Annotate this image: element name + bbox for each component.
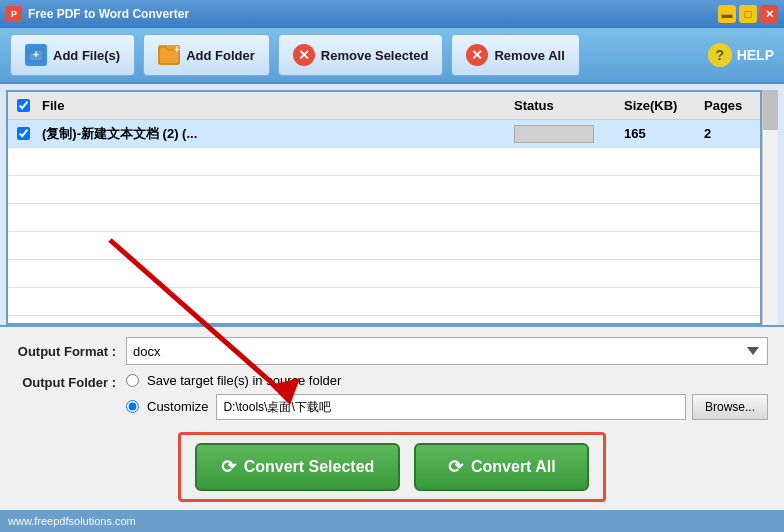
table-row[interactable]: (复制)-新建文本文档 (2) (... 165 2 [8, 120, 760, 148]
toolbar: + Add File(s) + Add Folder ✕ Remove Sele… [0, 28, 784, 84]
add-folder-label: Add Folder [186, 48, 255, 63]
row-checkbox-col [8, 127, 38, 140]
header-pages: Pages [700, 98, 760, 113]
help-button[interactable]: ? HELP [708, 43, 774, 67]
output-format-select[interactable]: docx doc rtf txt [126, 337, 768, 365]
add-files-button[interactable]: + Add File(s) [10, 34, 135, 76]
table-row [8, 176, 760, 204]
output-format-label: Output Format : [16, 344, 126, 359]
convert-all-label: Convert All [471, 458, 556, 476]
convert-selected-label: Convert Selected [244, 458, 375, 476]
table-row [8, 260, 760, 288]
convert-all-icon: ⟳ [448, 456, 463, 478]
table-header: File Status Size(KB) Pages [8, 92, 760, 120]
add-files-label: Add File(s) [53, 48, 120, 63]
convert-selected-icon: ⟳ [221, 456, 236, 478]
convert-buttons-container: ⟳ Convert Selected ⟳ Convert All [178, 432, 607, 502]
maximize-button[interactable]: □ [739, 5, 757, 23]
source-folder-radio-label: Save target file(s) in source folder [147, 373, 341, 388]
remove-selected-button[interactable]: ✕ Remove Selected [278, 34, 444, 76]
row-size: 165 [620, 126, 700, 141]
window-title: Free PDF to Word Converter [28, 7, 189, 21]
minimize-button[interactable]: ▬ [718, 5, 736, 23]
customize-radio[interactable] [126, 400, 139, 413]
remove-all-label: Remove All [494, 48, 564, 63]
output-folder-row: Output Folder : Save target file(s) in s… [16, 373, 768, 424]
table-row [8, 288, 760, 316]
help-label: HELP [737, 47, 774, 63]
convert-selected-button[interactable]: ⟳ Convert Selected [195, 443, 401, 491]
customize-radio-label: Customize [147, 399, 208, 414]
footer-url: www.freepdfsolutions.com [8, 515, 136, 527]
header-status: Status [510, 98, 620, 113]
footer: www.freepdfsolutions.com [0, 510, 784, 532]
table-row [8, 232, 760, 260]
help-icon: ? [708, 43, 732, 67]
source-folder-radio[interactable] [126, 374, 139, 387]
close-button[interactable]: ✕ [760, 5, 778, 23]
scrollbar[interactable] [762, 90, 778, 325]
header-file: File [38, 98, 510, 113]
output-format-row: Output Format : docx doc rtf txt [16, 337, 768, 365]
row-pages: 2 [700, 126, 760, 141]
add-folder-button[interactable]: + Add Folder [143, 34, 270, 76]
remove-selected-label: Remove Selected [321, 48, 429, 63]
convert-all-button[interactable]: ⟳ Convert All [414, 443, 589, 491]
table-row [8, 148, 760, 176]
remove-selected-icon: ✕ [293, 44, 315, 66]
svg-text:+: + [174, 45, 180, 55]
svg-text:+: + [33, 49, 39, 60]
bottom-section: Output Format : docx doc rtf txt Output … [0, 325, 784, 510]
file-list: (复制)-新建文本文档 (2) (... 165 2 [8, 120, 760, 323]
add-folder-icon: + [158, 45, 180, 65]
add-files-icon: + [25, 44, 47, 66]
table-row [8, 204, 760, 232]
window-controls: ▬ □ ✕ [718, 5, 778, 23]
title-bar: P Free PDF to Word Converter ▬ □ ✕ [0, 0, 784, 28]
output-folder-label: Output Folder : [16, 373, 126, 390]
header-checkbox-col [8, 99, 38, 112]
select-all-checkbox[interactable] [17, 99, 30, 112]
header-size: Size(KB) [620, 98, 700, 113]
source-folder-option: Save target file(s) in source folder [126, 373, 768, 388]
customize-option: Customize Browse... [126, 392, 768, 420]
row-filename: (复制)-新建文本文档 (2) (... [38, 125, 510, 143]
remove-all-icon: ✕ [466, 44, 488, 66]
browse-row: Browse... [216, 394, 768, 420]
app-window: P Free PDF to Word Converter ▬ □ ✕ + Add… [0, 0, 784, 532]
row-checkbox[interactable] [17, 127, 30, 140]
app-icon: P [6, 6, 22, 22]
row-status [510, 125, 620, 143]
remove-all-button[interactable]: ✕ Remove All [451, 34, 579, 76]
path-input[interactable] [216, 394, 686, 420]
browse-button[interactable]: Browse... [692, 394, 768, 420]
table-row [8, 316, 760, 323]
